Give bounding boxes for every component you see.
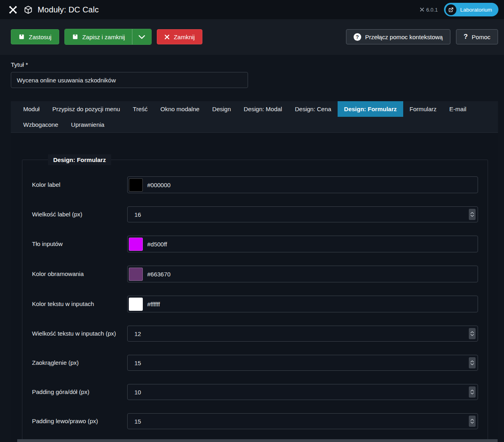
color-value: #d500ff — [143, 241, 167, 248]
tab-label: Wzbogacone — [23, 121, 58, 128]
tab-uprawnienia[interactable]: Uprawnienia — [65, 117, 111, 132]
tab-okno-modalne[interactable]: Okno modalne — [154, 101, 206, 117]
tab-content: Design: Formularz Kolor label #000000 Wi… — [11, 133, 498, 442]
tabs-header: Moduł Przypisz do pozycji menu Treść Okn… — [11, 101, 498, 132]
save-close-label: Zapisz i zamknij — [82, 34, 125, 40]
tabs-row-1: Moduł Przypisz do pozycji menu Treść Okn… — [17, 101, 498, 117]
spinner-down-icon[interactable] — [470, 392, 474, 394]
spinner-up-icon[interactable] — [470, 419, 474, 421]
tab-e-mail[interactable]: E-mail — [443, 101, 473, 117]
tab-formularz[interactable]: Formularz — [403, 101, 443, 117]
color-input[interactable]: #d500ff — [127, 236, 478, 252]
tab-wzbogacone[interactable]: Wzbogacone — [17, 117, 65, 132]
tab-label: Design — [212, 106, 231, 112]
number-spinner[interactable] — [469, 328, 476, 339]
spinner-up-icon[interactable] — [470, 360, 474, 362]
number-spinner[interactable] — [469, 416, 476, 427]
field-row: Wielkość label (px) — [32, 206, 478, 222]
color-swatch[interactable] — [129, 298, 143, 311]
tab-label: Design: Modal — [244, 106, 282, 112]
number-field — [127, 206, 478, 222]
laboratorium-button[interactable]: Laboratorium — [444, 3, 498, 16]
spinner-up-icon[interactable] — [470, 390, 474, 392]
title-section: Tytuł * — [0, 55, 504, 88]
color-input[interactable]: #663670 — [127, 266, 478, 282]
toggle-inline-help-button[interactable]: ? Przełącz pomoc kontekstową — [346, 29, 450, 44]
tab-moduł[interactable]: Moduł — [17, 101, 46, 117]
tab-design-modal[interactable]: Design: Modal — [237, 101, 288, 117]
field-label: Padding góra/dół (px) — [32, 387, 127, 396]
color-input[interactable]: #ffffff — [127, 296, 478, 312]
spinner-down-icon[interactable] — [470, 215, 474, 217]
tab-label: Uprawnienia — [71, 121, 104, 128]
save-close-button[interactable]: Zapisz i zamknij — [65, 29, 132, 44]
tab-label: Przypisz do pozycji menu — [52, 106, 120, 112]
spinner-down-icon[interactable] — [470, 334, 474, 336]
color-value: #663670 — [143, 271, 170, 278]
help-label: Pomoc — [472, 34, 490, 40]
spinner-down-icon[interactable] — [470, 363, 474, 365]
external-link-icon — [446, 4, 456, 15]
field-label: Wielkość label (px) — [32, 210, 127, 219]
number-input[interactable] — [127, 206, 478, 222]
edit-panel: Moduł Przypisz do pozycji menu Treść Okn… — [11, 101, 498, 442]
close-button[interactable]: Zamknij — [157, 29, 202, 44]
number-spinner[interactable] — [469, 386, 476, 398]
tab-label: E-mail — [449, 106, 466, 112]
color-swatch[interactable] — [129, 238, 143, 251]
field-label: Zaokrąglenie (px) — [32, 358, 127, 367]
number-input[interactable] — [127, 413, 478, 429]
question-icon: ? — [464, 33, 468, 41]
spinner-down-icon[interactable] — [470, 422, 474, 424]
question-circle-icon: ? — [354, 33, 361, 41]
action-toolbar: Zastosuj Zapisz i zamknij — [0, 19, 504, 55]
field-label: Padding lewo/prawo (px) — [32, 416, 127, 426]
number-input[interactable] — [127, 355, 478, 371]
apply-label: Zastosuj — [29, 34, 52, 40]
version-number: 6.0.1 — [426, 7, 438, 13]
tab-label: Design: Formularz — [344, 106, 397, 112]
tab-design-formularz[interactable]: Design: Formularz — [338, 101, 403, 117]
field-label: Kolor label — [32, 180, 127, 189]
field-row: Kolor tekstu w inputach #ffffff — [32, 296, 478, 312]
title-field-label: Tytuł * — [11, 61, 504, 68]
color-swatch[interactable] — [129, 178, 143, 192]
field-row: Kolor obramowania #663670 — [32, 266, 478, 282]
number-spinner[interactable] — [469, 209, 476, 220]
number-field — [127, 355, 478, 371]
fieldset-legend: Design: Formularz — [48, 154, 111, 165]
version-badge: 6.0.1 — [420, 7, 438, 13]
color-value: #000000 — [143, 182, 170, 188]
laboratorium-label: Laboratorium — [460, 7, 492, 13]
help-button[interactable]: ? Pomoc — [456, 29, 498, 44]
bottom-strip — [17, 439, 498, 442]
field-row: Padding góra/dół (px) — [32, 384, 478, 400]
number-field — [127, 413, 478, 429]
title-label-text: Tytuł — [11, 61, 24, 68]
field-row: Tło inputów #d500ff — [32, 236, 478, 252]
spinner-up-icon[interactable] — [470, 331, 474, 333]
tab-design[interactable]: Design — [206, 101, 238, 117]
number-spinner[interactable] — [469, 357, 476, 368]
tabs-row-2: Wzbogacone Uprawnienia — [17, 117, 498, 132]
tab-design-cena[interactable]: Design: Cena — [288, 101, 338, 117]
number-input[interactable] — [127, 384, 478, 400]
number-field — [127, 384, 478, 400]
color-input[interactable]: #000000 — [127, 176, 478, 193]
save-options-dropdown-button[interactable] — [132, 29, 151, 44]
field-label: Wielkość tekstu w inputach (px) — [32, 329, 127, 338]
color-swatch[interactable] — [129, 268, 143, 281]
spinner-up-icon[interactable] — [470, 212, 474, 214]
title-input[interactable] — [11, 72, 248, 88]
joomla-version-icon — [420, 7, 424, 12]
top-header: Moduły: DC Calc 6.0.1 Labora — [0, 0, 504, 19]
tab-przypisz-do-pozycji-menu[interactable]: Przypisz do pozycji menu — [46, 101, 126, 117]
field-rows: Kolor label #000000 Wielkość label (px) … — [32, 176, 478, 429]
tab-treść[interactable]: Treść — [126, 101, 154, 117]
save-close-split-button: Zapisz i zamknij — [64, 29, 152, 45]
apply-button[interactable]: Zastosuj — [11, 29, 59, 44]
close-label: Zamknij — [174, 34, 195, 40]
field-label: Tło inputów — [32, 239, 127, 248]
number-input[interactable] — [127, 326, 478, 342]
color-value: #ffffff — [143, 301, 160, 308]
